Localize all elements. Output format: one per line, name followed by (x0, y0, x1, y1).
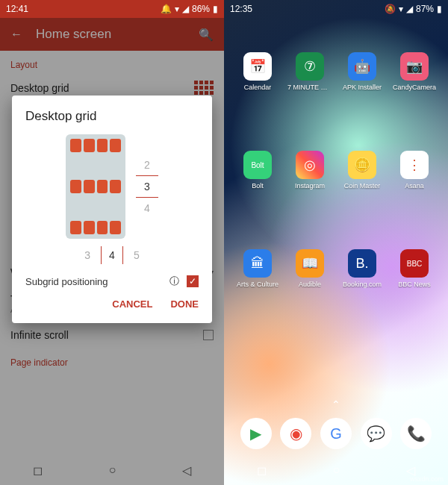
nav-recent-icon[interactable]: ◻ (257, 463, 267, 478)
subgrid-row[interactable]: Subgrid positioning ⓘ ✓ (25, 275, 199, 288)
nav-home-icon[interactable]: ○ (333, 463, 340, 477)
app-arts-culture[interactable]: 🏛Arts & Culture (231, 249, 284, 288)
app-label: 7 MINUTE WORK... (287, 84, 332, 91)
app-bolt[interactable]: BoltBolt (231, 151, 284, 190)
status-icons: 🔕 ▾ ◢ 87% ▮ (385, 4, 442, 14)
app-icon: ⋮ (400, 151, 429, 179)
nav-bar: ◻ ○ ◁ (0, 455, 224, 485)
dock: ▶◉G💬📞 (224, 418, 448, 455)
dialog-title: Desktop grid (25, 109, 199, 124)
status-time: 12:35 (230, 4, 252, 14)
info-icon[interactable]: ⓘ (169, 275, 179, 288)
phone-settings: 12:41 🔔 ▾ ◢ 86% ▮ ← Home screen 🔍 Layout… (0, 0, 224, 485)
app-apk-installer[interactable]: 🤖APK Installer (336, 52, 388, 91)
dock-play-store-icon[interactable]: ▶ (240, 418, 272, 449)
dock-phone-icon[interactable]: 📞 (400, 418, 432, 449)
status-icons: 🔔 ▾ ◢ 86% ▮ (161, 4, 218, 14)
picker-option[interactable]: 3 (84, 249, 90, 261)
app-label: Calendar (244, 84, 272, 91)
battery-icon: ▮ (213, 4, 218, 14)
app-label: Booking.com (343, 281, 382, 288)
subgrid-label: Subgrid positioning (25, 276, 108, 287)
app-icon: BBC (400, 249, 429, 278)
nav-back-icon[interactable]: ◁ (182, 463, 191, 478)
app-icon: 📅 (243, 52, 272, 81)
app-label: Arts & Culture (237, 281, 279, 288)
app-icon: Bolt (243, 151, 272, 179)
battery-icon: ▮ (437, 4, 442, 14)
signal-icon: ◢ (182, 4, 189, 14)
app-label: BBC News (398, 281, 431, 288)
dock-messages-icon[interactable]: 💬 (361, 418, 392, 449)
app-grid[interactable]: 📅Calendar⑦7 MINUTE WORK...🤖APK Installer… (224, 52, 448, 288)
app-booking-com[interactable]: B.Booking.com (336, 249, 388, 288)
app-label: Audible (299, 281, 321, 288)
grid-preview (66, 134, 125, 239)
done-button[interactable]: DONE (170, 298, 199, 310)
battery-text: 87% (416, 4, 434, 14)
picker-option[interactable]: 4 (144, 202, 150, 214)
watermark: wsxdn.com (410, 475, 444, 483)
cancel-button[interactable]: CANCEL (112, 298, 152, 310)
cols-picker[interactable]: 3 4 5 (25, 246, 199, 264)
app-audible[interactable]: 📖Audible (284, 249, 336, 288)
picker-option[interactable]: 2 (144, 159, 150, 171)
app-label: Instagram (295, 182, 325, 190)
app-icon: B. (348, 249, 376, 278)
app-icon: 🤖 (348, 52, 376, 81)
phone-home: 12:35 🔕 ▾ ◢ 87% ▮ 📅Calendar⑦7 MINUTE WOR… (224, 0, 448, 485)
app-asana[interactable]: ⋮Asana (388, 151, 441, 190)
nav-recent-icon[interactable]: ◻ (33, 463, 43, 478)
app-icon: 📖 (296, 249, 324, 278)
picker-selected[interactable]: 4 (101, 246, 123, 264)
status-time: 12:41 (6, 4, 28, 14)
app-instagram[interactable]: ◎Instagram (284, 151, 336, 190)
app-label: Bolt (252, 182, 264, 190)
app-label: Coin Master (344, 182, 381, 190)
desktop-grid-dialog: Desktop grid 2 3 4 3 4 5 Subgrid positio… (12, 96, 212, 323)
app-icon: ◎ (296, 151, 324, 179)
app-icon: 🏛 (243, 249, 272, 278)
picker-selected[interactable]: 3 (136, 175, 158, 198)
wifi-icon: ▾ (175, 4, 179, 14)
rows-picker[interactable]: 2 3 4 (136, 159, 158, 214)
dock-chrome-icon[interactable]: ◉ (280, 418, 311, 449)
app-label: CandyCamera (393, 84, 436, 91)
app-7-minute-work-[interactable]: ⑦7 MINUTE WORK... (284, 52, 336, 91)
dock-google-icon[interactable]: G (320, 418, 352, 449)
app-icon: ⑦ (296, 52, 324, 81)
app-label: Asana (405, 182, 424, 190)
dnd-icon: 🔔 (161, 4, 172, 14)
nav-home-icon[interactable]: ○ (109, 463, 116, 477)
app-coin-master[interactable]: 🪙Coin Master (336, 151, 388, 190)
status-bar: 12:35 🔕 ▾ ◢ 87% ▮ (224, 0, 448, 18)
picker-option[interactable]: 5 (134, 249, 140, 261)
app-icon: 🪙 (348, 151, 376, 179)
app-label: APK Installer (343, 84, 382, 91)
wifi-icon: ▾ (399, 4, 403, 14)
dnd-icon: 🔕 (385, 4, 396, 14)
battery-text: 86% (192, 4, 210, 14)
app-icon: 📷 (400, 52, 429, 81)
app-calendar[interactable]: 📅Calendar (231, 52, 284, 91)
app-candycamera[interactable]: 📷CandyCamera (388, 52, 441, 91)
signal-icon: ◢ (406, 4, 413, 14)
checkbox-checked[interactable]: ✓ (187, 275, 199, 287)
drawer-handle-icon[interactable]: ⌃ (332, 398, 340, 410)
app-bbc-news[interactable]: BBCBBC News (388, 249, 441, 288)
status-bar: 12:41 🔔 ▾ ◢ 86% ▮ (0, 0, 224, 18)
